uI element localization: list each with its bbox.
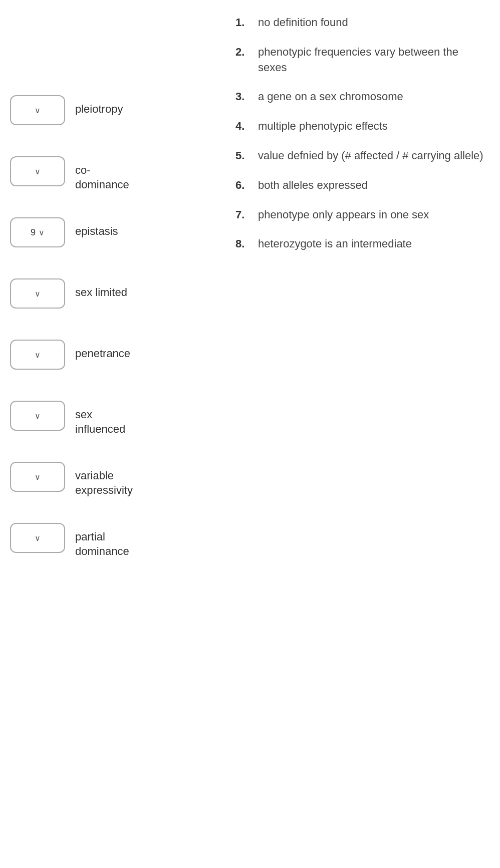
term-label-sex-limited: sex limited bbox=[75, 278, 127, 300]
def-number-1: 1. bbox=[235, 15, 258, 29]
definition-row-8: 8.heterozygote is an intermediate bbox=[235, 236, 490, 252]
def-number-6: 6. bbox=[235, 178, 258, 192]
left-column: ∨pleiotropy∨co-dominance9∨epistasis∨sex … bbox=[10, 15, 220, 584]
dropdown-sex-limited[interactable]: ∨ bbox=[10, 278, 65, 309]
term-row-pleiotropy: ∨pleiotropy bbox=[10, 95, 220, 140]
dropdown-penetrance[interactable]: ∨ bbox=[10, 340, 65, 370]
term-label-pleiotropy: pleiotropy bbox=[75, 95, 123, 117]
right-column: 1.no definition found2.phenotypic freque… bbox=[220, 15, 490, 584]
def-number-8: 8. bbox=[235, 236, 258, 250]
definition-row-2: 2.phenotypic frequencies vary between th… bbox=[235, 45, 490, 76]
term-row-partial-dominance: ∨partialdominance bbox=[10, 523, 220, 568]
page-container: ∨pleiotropy∨co-dominance9∨epistasis∨sex … bbox=[0, 0, 500, 599]
dropdown-codominance[interactable]: ∨ bbox=[10, 156, 65, 186]
dropdown-pleiotropy[interactable]: ∨ bbox=[10, 95, 65, 125]
term-label-codominance: co-dominance bbox=[75, 156, 129, 192]
chevron-icon-sex-limited: ∨ bbox=[35, 289, 41, 299]
term-label-partial-dominance: partialdominance bbox=[75, 523, 129, 558]
def-text-1: no definition found bbox=[258, 15, 348, 31]
term-row-variable-expressivity: ∨variableexpressivity bbox=[10, 462, 220, 507]
definition-row-6: 6.both alleles expressed bbox=[235, 178, 490, 193]
chevron-icon-sex-influenced: ∨ bbox=[35, 411, 41, 421]
def-text-5: value defnied by (# affected / # carryin… bbox=[258, 148, 483, 164]
term-label-penetrance: penetrance bbox=[75, 340, 130, 361]
term-label-epistasis: epistasis bbox=[75, 217, 118, 239]
def-number-4: 4. bbox=[235, 119, 258, 133]
def-text-6: both alleles expressed bbox=[258, 178, 368, 193]
definition-row-4: 4.multiple phenotypic effects bbox=[235, 119, 490, 134]
def-text-8: heterozygote is an intermediate bbox=[258, 236, 412, 252]
def-number-5: 5. bbox=[235, 148, 258, 162]
dropdown-variable-expressivity[interactable]: ∨ bbox=[10, 462, 65, 492]
chevron-icon-penetrance: ∨ bbox=[35, 350, 41, 360]
term-row-penetrance: ∨penetrance bbox=[10, 340, 220, 385]
dropdown-sex-influenced[interactable]: ∨ bbox=[10, 401, 65, 431]
definition-row-1: 1.no definition found bbox=[235, 15, 490, 31]
term-row-sex-influenced: ∨sexinfluenced bbox=[10, 401, 220, 446]
chevron-icon-epistasis: ∨ bbox=[39, 228, 45, 237]
term-row-epistasis: 9∨epistasis bbox=[10, 217, 220, 262]
definition-row-7: 7.phenotype only appears in one sex bbox=[235, 207, 490, 223]
term-row-sex-limited: ∨sex limited bbox=[10, 278, 220, 324]
def-text-7: phenotype only appears in one sex bbox=[258, 207, 429, 223]
def-text-4: multiple phenotypic effects bbox=[258, 119, 388, 134]
chevron-icon-pleiotropy: ∨ bbox=[35, 106, 41, 115]
chevron-icon-codominance: ∨ bbox=[35, 167, 41, 176]
definition-row-3: 3.a gene on a sex chromosome bbox=[235, 89, 490, 105]
chevron-icon-variable-expressivity: ∨ bbox=[35, 472, 41, 482]
def-number-2: 2. bbox=[235, 45, 258, 59]
term-label-variable-expressivity: variableexpressivity bbox=[75, 462, 133, 497]
def-text-2: phenotypic frequencies vary between the … bbox=[258, 45, 485, 76]
def-text-3: a gene on a sex chromosome bbox=[258, 89, 403, 105]
term-row-codominance: ∨co-dominance bbox=[10, 156, 220, 201]
dropdown-epistasis[interactable]: 9∨ bbox=[10, 217, 65, 247]
def-number-7: 7. bbox=[235, 207, 258, 221]
term-label-sex-influenced: sexinfluenced bbox=[75, 401, 125, 436]
dropdown-value-epistasis: 9 bbox=[31, 227, 36, 238]
dropdown-partial-dominance[interactable]: ∨ bbox=[10, 523, 65, 553]
chevron-icon-partial-dominance: ∨ bbox=[35, 533, 41, 543]
def-number-3: 3. bbox=[235, 89, 258, 103]
definition-row-5: 5.value defnied by (# affected / # carry… bbox=[235, 148, 490, 164]
